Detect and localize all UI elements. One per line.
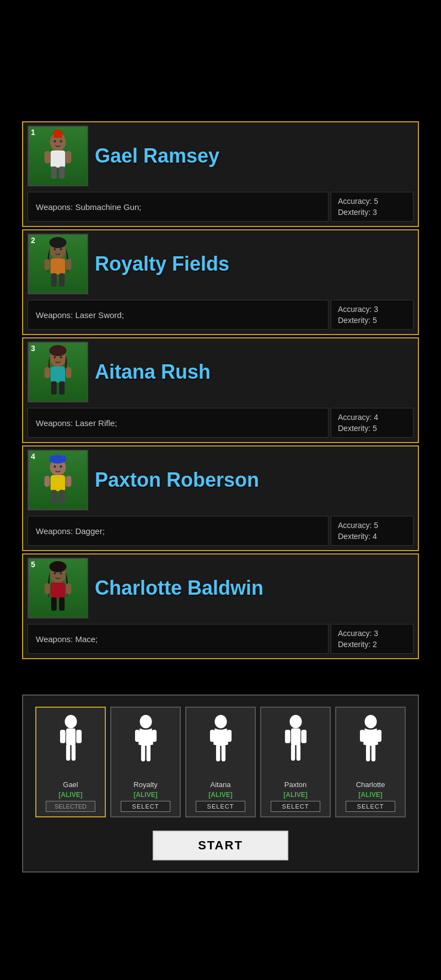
svg-rect-4 — [65, 151, 71, 163]
svg-point-47 — [60, 572, 62, 574]
weapons-box-3: Weapons: Laser Rifle; — [28, 408, 329, 438]
character-header-1: 1 — [23, 122, 418, 190]
portrait-number-5: 5 — [31, 560, 35, 569]
stats-box-5: Accuracy: 3 Dexterity: 2 — [331, 624, 413, 654]
svg-rect-14 — [51, 273, 57, 287]
player-name-2: Royalty — [133, 780, 157, 789]
player-alive-2: [ALIVE] — [133, 791, 157, 799]
accuracy-3: Accuracy: 4 — [338, 413, 406, 422]
svg-rect-2 — [51, 150, 66, 168]
player-select-btn-3[interactable]: SELECT — [196, 801, 245, 812]
portrait-number-2: 2 — [31, 236, 35, 245]
svg-rect-5 — [51, 166, 57, 179]
svg-rect-60 — [209, 730, 214, 742]
svg-rect-49 — [66, 728, 75, 745]
svg-rect-71 — [359, 730, 364, 742]
svg-rect-22 — [66, 367, 71, 378]
svg-rect-43 — [66, 583, 71, 594]
player-card-2[interactable]: Royalty [ALIVE] SELECT — [110, 707, 181, 817]
svg-rect-53 — [71, 744, 75, 761]
player-card-3[interactable]: Aitana [ALIVE] SELECT — [185, 707, 256, 817]
dexterity-4: Dexterity: 4 — [338, 532, 406, 541]
character-header-5: 5 — [23, 554, 418, 622]
player-silhouette-3 — [198, 712, 243, 778]
svg-point-64 — [289, 715, 302, 728]
character-card-1: 1 — [22, 121, 419, 227]
weapons-box-5: Weapons: Mace; — [28, 624, 329, 654]
character-portrait-5: 5 — [28, 558, 88, 618]
svg-rect-50 — [60, 730, 65, 743]
svg-rect-3 — [45, 151, 51, 163]
character-header-4: 4 — [23, 446, 418, 514]
svg-rect-56 — [152, 730, 157, 742]
accuracy-5: Accuracy: 3 — [338, 629, 406, 638]
portrait-number-4: 4 — [31, 452, 35, 461]
player-card-4[interactable]: Paxton [ALIVE] SELECT — [260, 707, 331, 817]
svg-rect-24 — [59, 381, 64, 395]
accuracy-2: Accuracy: 3 — [338, 305, 406, 314]
player-select-btn-2[interactable]: SELECT — [121, 801, 170, 812]
svg-rect-51 — [76, 730, 82, 743]
character-card-4: 4 — [22, 445, 419, 551]
player-alive-4: [ALIVE] — [283, 791, 307, 799]
svg-point-8 — [60, 140, 62, 142]
svg-rect-62 — [216, 745, 219, 762]
character-card-2: 2 — [22, 229, 419, 335]
player-name-4: Paxton — [284, 780, 306, 789]
player-silhouette-4 — [273, 712, 318, 778]
stats-box-1: Accuracy: 5 Dexterity: 3 — [331, 192, 413, 222]
character-stats-row-5: Weapons: Mace; Accuracy: 3 Dexterity: 2 — [23, 622, 418, 658]
player-name-5: Charlotte — [356, 780, 385, 789]
character-name-3: Aitana Rush — [95, 360, 413, 384]
player-card-5[interactable]: Charlotte [ALIVE] SELECT — [335, 707, 406, 817]
svg-point-10 — [49, 237, 66, 248]
svg-rect-36 — [59, 490, 64, 503]
weapons-box-2: Weapons: Laser Sword; — [28, 300, 329, 330]
character-header-2: 2 — [23, 230, 418, 298]
svg-rect-23 — [51, 381, 57, 395]
svg-rect-61 — [227, 730, 232, 742]
character-portrait-3: 3 — [28, 342, 88, 402]
player-select-btn-5[interactable]: SELECT — [346, 801, 395, 812]
svg-rect-12 — [45, 259, 50, 270]
svg-rect-33 — [45, 476, 50, 487]
character-card-3: 3 — [22, 337, 419, 443]
dexterity-1: Dexterity: 3 — [338, 208, 406, 217]
svg-point-70 — [364, 715, 377, 728]
portrait-number-3: 3 — [31, 344, 35, 353]
player-select-btn-4[interactable]: SELECT — [271, 801, 320, 812]
start-button[interactable]: START — [153, 831, 288, 860]
svg-point-26 — [60, 356, 62, 358]
svg-point-54 — [139, 715, 152, 728]
svg-point-19 — [49, 345, 66, 356]
svg-rect-34 — [66, 476, 71, 487]
player-name-3: Aitana — [211, 780, 231, 789]
stats-box-4: Accuracy: 5 Dexterity: 4 — [331, 516, 413, 546]
svg-point-46 — [53, 572, 56, 574]
svg-rect-21 — [45, 367, 50, 378]
dexterity-2: Dexterity: 5 — [338, 316, 406, 325]
player-alive-3: [ALIVE] — [208, 791, 232, 799]
svg-rect-73 — [365, 745, 369, 762]
svg-rect-55 — [135, 730, 139, 742]
player-card-1[interactable]: Gael [ALIVE] SELECTED — [35, 707, 106, 817]
portrait-number-1: 1 — [31, 128, 35, 137]
weapons-text-2: Weapons: Laser Sword; — [36, 310, 124, 320]
svg-rect-15 — [59, 273, 64, 287]
svg-point-40 — [49, 561, 66, 572]
weapons-text-5: Weapons: Mace; — [36, 634, 98, 644]
player-silhouette-1 — [49, 712, 93, 778]
weapons-box-1: Weapons: Submachine Gun; — [28, 192, 329, 222]
svg-rect-57 — [141, 745, 144, 762]
bottom-section: Gael [ALIVE] SELECTED Royalty [ALIVE] SE… — [22, 694, 419, 873]
svg-rect-11 — [51, 259, 66, 274]
svg-rect-32 — [51, 475, 66, 491]
svg-rect-44 — [51, 597, 57, 611]
svg-rect-66 — [284, 730, 290, 743]
svg-rect-67 — [301, 730, 306, 743]
character-name-1: Gael Ramsey — [95, 144, 413, 168]
svg-point-16 — [53, 248, 56, 250]
svg-point-38 — [60, 465, 62, 467]
svg-rect-52 — [66, 744, 69, 761]
character-stats-row-4: Weapons: Dagger; Accuracy: 5 Dexterity: … — [23, 514, 418, 550]
